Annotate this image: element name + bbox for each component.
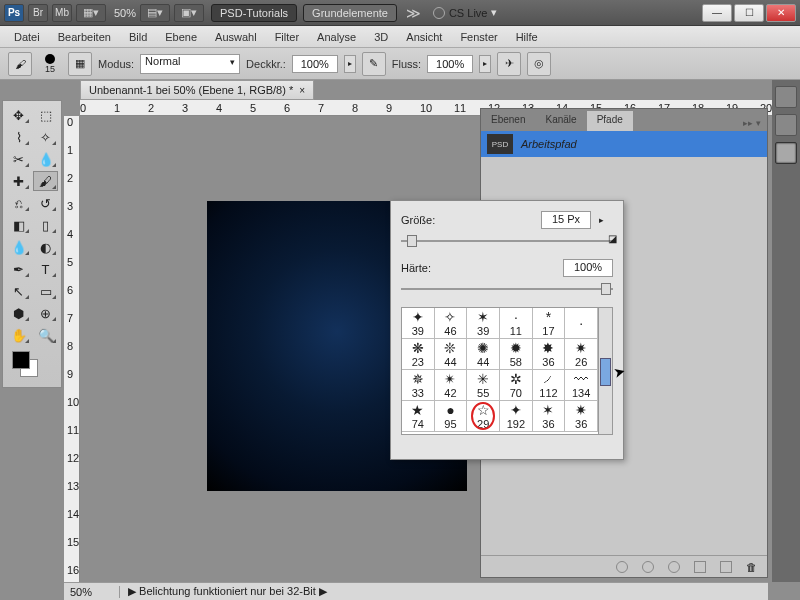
brush-preset[interactable]: ●95 [435,401,468,432]
stroke-path-icon[interactable] [642,561,654,573]
menu-fenster[interactable]: Fenster [452,29,505,45]
menu-auswahl[interactable]: Auswahl [207,29,265,45]
move-tool[interactable]: ✥ [6,105,31,125]
menu-bearbeiten[interactable]: Bearbeiten [50,29,119,45]
size-input[interactable]: 15 Px [541,211,591,229]
3d-camera-tool[interactable]: ⊕ [33,303,58,323]
brush-preset[interactable]: ✲70 [500,370,533,401]
hardness-input[interactable]: 100% [563,259,613,277]
fg-color[interactable] [12,351,30,369]
menu-ebene[interactable]: Ebene [157,29,205,45]
brush-tool-icon[interactable]: 🖌 [8,52,32,76]
flyout-icon[interactable]: ▸ [599,215,613,225]
delete-path-icon[interactable]: 🗑 [746,561,757,573]
tab-pfade[interactable]: Pfade [587,111,633,131]
heal-tool[interactable]: ✚ [6,171,31,191]
menu-analyse[interactable]: Analyse [309,29,364,45]
airbrush-icon[interactable]: ✈ [497,52,521,76]
pressure-size-icon[interactable]: ◎ [527,52,551,76]
opacity-arrow[interactable]: ▸ [344,55,356,73]
cs-live[interactable]: CS Live▾ [433,6,498,19]
pressure-opacity-icon[interactable]: ✎ [362,52,386,76]
lasso-tool[interactable]: ⌇ [6,127,31,147]
close-button[interactable]: ✕ [766,4,796,22]
stamp-tool[interactable]: ⎌ [6,193,31,213]
type-tool[interactable]: T [33,259,58,279]
minibridge-icon[interactable]: Mb [52,4,72,22]
brush-preset[interactable]: ⟋112 [533,370,566,401]
mode-select[interactable]: Normal [140,54,240,74]
brush-preset[interactable]: ✶36 [533,401,566,432]
gradient-tool[interactable]: ▯ [33,215,58,235]
brush-tool[interactable]: 🖌 [33,171,58,191]
3d-tool[interactable]: ⬢ [6,303,31,323]
menu-bild[interactable]: Bild [121,29,155,45]
minimize-button[interactable]: — [702,4,732,22]
brush-preset[interactable]: 〰134 [565,370,598,401]
dock-styles-icon[interactable] [775,114,797,136]
pen-tool[interactable]: ✒ [6,259,31,279]
brush-preset[interactable]: ❊44 [435,339,468,370]
brush-preset[interactable]: ☆29 [467,401,500,432]
flow-arrow[interactable]: ▸ [479,55,491,73]
status-zoom[interactable]: 50% [70,586,120,598]
zoom-level[interactable]: 50% [114,7,136,19]
crop-tool[interactable]: ✂ [6,149,31,169]
hardness-slider[interactable] [401,281,613,297]
brush-preset[interactable]: ✶39 [467,308,500,339]
brush-preset[interactable]: ✵33 [402,370,435,401]
dock-paths-icon[interactable] [775,142,797,164]
path-select-tool[interactable]: ↖ [6,281,31,301]
menu-filter[interactable]: Filter [267,29,307,45]
zoom-tool[interactable]: 🔍 [33,325,58,345]
brush-preset[interactable]: ✦192 [500,401,533,432]
color-swatch[interactable] [6,351,58,383]
dodge-tool[interactable]: ◐ [33,237,58,257]
selection-path-icon[interactable] [668,561,680,573]
brush-preset[interactable]: *17 [533,308,566,339]
hand-tool[interactable]: ✋ [6,325,31,345]
brush-panel-icon[interactable]: ▦ [68,52,92,76]
menu-ansicht[interactable]: Ansicht [398,29,450,45]
brush-preset[interactable]: ★74 [402,401,435,432]
opacity-input[interactable]: 100% [292,55,338,73]
view-menu[interactable]: ▤▾ [140,4,170,22]
brush-scrollbar[interactable] [598,308,612,434]
eraser-tool[interactable]: ◧ [6,215,31,235]
brush-preset[interactable]: ✷36 [565,401,598,432]
bridge-icon[interactable]: Br [28,4,48,22]
menu-datei[interactable]: Datei [6,29,48,45]
dock-swatches-icon[interactable] [775,86,797,108]
tab-kanaele[interactable]: Kanäle [535,111,586,131]
arrange-menu[interactable]: ▦▾ [76,4,106,22]
new-preset-icon[interactable]: ◪ [608,233,617,244]
brush-preset[interactable]: ❋23 [402,339,435,370]
screen-mode[interactable]: ▣▾ [174,4,204,22]
brush-preset[interactable]: · [565,308,598,339]
flow-input[interactable]: 100% [427,55,473,73]
fill-path-icon[interactable] [616,561,628,573]
brush-preset[interactable]: ·11 [500,308,533,339]
brush-preset[interactable]: ✹58 [500,339,533,370]
size-slider[interactable]: ◪ [401,233,613,249]
marquee-tool[interactable]: ⬚ [33,105,58,125]
tab-ebenen[interactable]: Ebenen [481,111,535,131]
grundelemente-button[interactable]: Grundelemente [303,4,397,22]
brush-preset[interactable]: ✦39 [402,308,435,339]
maximize-button[interactable]: ☐ [734,4,764,22]
brush-preview[interactable]: 15 [38,54,62,74]
eyedropper-tool[interactable]: 💧 [33,149,58,169]
blur-tool[interactable]: 💧 [6,237,31,257]
shape-tool[interactable]: ▭ [33,281,58,301]
make-path-icon[interactable] [694,561,706,573]
menu-hilfe[interactable]: Hilfe [508,29,546,45]
wand-tool[interactable]: ✧ [33,127,58,147]
brush-preset[interactable]: ✷26 [565,339,598,370]
brush-preset[interactable]: ✧46 [435,308,468,339]
close-icon[interactable]: × [299,85,305,96]
menu-3d[interactable]: 3D [366,29,396,45]
new-path-icon[interactable] [720,561,732,573]
brush-preset[interactable]: ✴42 [435,370,468,401]
more-icon[interactable]: ≫ [406,5,421,21]
history-brush-tool[interactable]: ↺ [33,193,58,213]
